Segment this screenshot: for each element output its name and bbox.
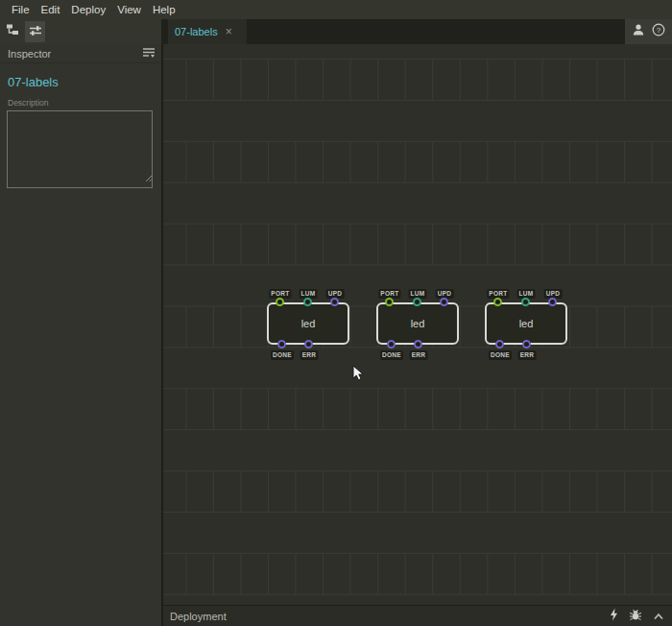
description-textarea[interactable]: [7, 110, 153, 188]
inspector-title: Inspector: [8, 48, 51, 60]
inspector-panel: Inspector 07-labels Description: [0, 44, 161, 626]
pin-upd[interactable]: [548, 298, 557, 306]
help-icon[interactable]: ?: [652, 23, 665, 40]
pin-label: DONE: [271, 350, 294, 360]
topright-buttons: ?: [625, 19, 672, 44]
pin-done[interactable]: [495, 340, 504, 349]
pin-port[interactable]: [385, 298, 394, 306]
pin-upd[interactable]: [330, 298, 339, 306]
pin-done[interactable]: [277, 340, 286, 349]
pin-lum[interactable]: [303, 298, 312, 306]
inspector-header: Inspector: [0, 44, 161, 63]
project-browser-icon: [6, 23, 20, 40]
pin-label: ERR: [410, 350, 428, 360]
patch-canvas[interactable]: PORT LUM UPD led DONE ERR PORT LUM UPD l…: [163, 44, 672, 605]
svg-text:?: ?: [657, 26, 661, 35]
node-led-3[interactable]: PORT LUM UPD led DONE ERR: [485, 302, 567, 345]
menu-help[interactable]: Help: [147, 0, 181, 19]
node-led-2[interactable]: PORT LUM UPD led DONE ERR: [376, 302, 459, 345]
deployment-label: Deployment: [170, 611, 610, 622]
pin-label: ERR: [518, 350, 537, 360]
toolbar-left: [0, 19, 161, 44]
tab-label: 07-labels: [175, 26, 218, 37]
pin-upd[interactable]: [440, 298, 448, 306]
inspector-toggle-button[interactable]: [25, 21, 45, 42]
node-led-1[interactable]: PORT LUM UPD led DONE ERR: [267, 302, 349, 345]
menu-view[interactable]: View: [111, 0, 147, 19]
close-icon[interactable]: ×: [226, 26, 232, 37]
menu-bar: File Edit Deploy View Help: [0, 0, 672, 19]
pin-lum[interactable]: [521, 298, 530, 306]
node-label: led: [376, 318, 459, 329]
pin-lum[interactable]: [413, 298, 421, 306]
collapse-icon[interactable]: [653, 608, 664, 625]
bug-icon[interactable]: [629, 608, 642, 625]
menu-edit[interactable]: Edit: [36, 0, 66, 19]
project-browser-button[interactable]: [3, 21, 23, 42]
patch-name: 07-labels: [8, 75, 154, 89]
toolbar-row: 07-labels × ?: [0, 19, 672, 44]
menu-file[interactable]: File: [6, 0, 36, 19]
menu-deploy[interactable]: Deploy: [65, 0, 111, 19]
pin-label: ERR: [300, 350, 319, 360]
account-icon[interactable]: [632, 23, 645, 40]
pin-err[interactable]: [304, 340, 313, 349]
pin-port[interactable]: [493, 298, 502, 306]
node-label: led: [267, 318, 349, 329]
pin-label: DONE: [489, 350, 512, 360]
deployment-bar[interactable]: Deployment: [163, 605, 672, 626]
pin-port[interactable]: [276, 298, 284, 306]
inspector-menu-icon[interactable]: [142, 45, 156, 62]
node-label: led: [485, 318, 567, 329]
pin-err[interactable]: [522, 340, 531, 349]
lightning-icon[interactable]: [610, 608, 618, 625]
pin-label: DONE: [380, 350, 403, 360]
pin-done[interactable]: [387, 340, 396, 349]
pin-err[interactable]: [414, 340, 422, 349]
tab-07-labels[interactable]: 07-labels ×: [168, 19, 247, 44]
inspector-toggle-icon: [29, 23, 42, 40]
tab-bar: 07-labels × ?: [161, 19, 672, 44]
description-label: Description: [8, 98, 154, 108]
